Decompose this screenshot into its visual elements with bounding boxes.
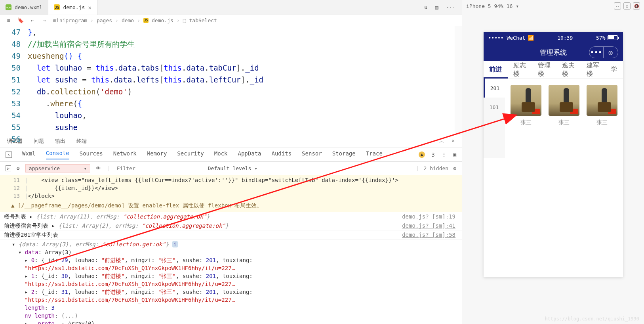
left-nav: 201101 — [484, 79, 505, 158]
devtab-audits[interactable]: Audits — [272, 150, 292, 159]
line-gutter: 474849˅50515253˅545556 — [0, 26, 28, 135]
devtab-memory[interactable]: Memory — [147, 150, 167, 159]
top-tab[interactable]: 前进楼 — [484, 61, 508, 79]
devtab-wxml[interactable]: Wxml — [22, 150, 36, 159]
menu-icon[interactable]: ⋮ — [441, 151, 447, 158]
console-warning: 11| <view class="nav_left_items {{leftCu… — [0, 175, 462, 212]
clear-icon[interactable]: ⊘ — [17, 165, 20, 171]
devtab-console[interactable]: Console — [46, 150, 69, 159]
devtab-sensor[interactable]: Sensor — [302, 150, 322, 159]
student-name: 张三 — [549, 119, 579, 126]
console-output[interactable]: 11| <view class="nav_left_items {{leftCu… — [0, 175, 462, 324]
menu-icon[interactable]: ••• — [589, 47, 604, 58]
warn-count: 3 — [431, 151, 434, 158]
mute-icon[interactable]: 🔇 — [633, 2, 640, 10]
avatar — [587, 85, 617, 116]
console-toolbar: ▷ ⊘ appservice▾ 👁 | Default levels ▾ | 2… — [0, 162, 462, 175]
wxml-icon: <> — [6, 4, 11, 10]
editor-tabbar: <> demo.wxml JS demo.js ✕ ⇅ ▥ ··· — [0, 0, 462, 15]
student-name: 张三 — [511, 119, 541, 126]
home-icon[interactable]: ◎ — [623, 2, 631, 10]
context-select[interactable]: appservice▾ — [25, 164, 90, 173]
devtab-mock[interactable]: Mock — [214, 150, 228, 159]
wifi-icon: 📶 — [528, 35, 534, 41]
filter-input[interactable] — [115, 164, 202, 173]
avatar — [511, 85, 541, 116]
device-frame: ••••• WeChat📶 10:39 57% 管理系统 •••◎ 前进楼励志楼… — [484, 32, 623, 277]
console-log[interactable]: 前进楼宿舍号列表 ▸ {list: Array(2), errMsg: "col… — [0, 221, 462, 230]
js-icon: JS — [54, 4, 60, 10]
js-icon: JS — [143, 18, 149, 23]
devtab-trace[interactable]: Trace — [366, 150, 383, 159]
inspect-icon[interactable]: ↖ — [6, 151, 12, 158]
tab-demo-js[interactable]: JS demo.js ✕ — [48, 0, 97, 15]
compare-icon[interactable]: ⇅ — [424, 4, 427, 10]
page-title: 管理系统 — [540, 48, 567, 57]
left-nav-item[interactable]: 101 — [484, 98, 505, 117]
device-select[interactable]: iPhone 5 94% 16 ▾ — [466, 3, 519, 9]
battery-icon — [608, 35, 618, 40]
levels-select[interactable]: Default levels ▾ — [208, 165, 257, 171]
devtab-network[interactable]: Network — [113, 150, 137, 159]
play-icon[interactable]: ▷ — [6, 165, 11, 171]
collapse-icon[interactable]: ︿ — [439, 138, 444, 145]
log-object[interactable]: ▾ {data: Array(3), errMsg: "collection.g… — [12, 240, 458, 248]
devtab-storage[interactable]: Storage — [332, 150, 356, 159]
target-icon[interactable]: ◎ — [604, 47, 618, 58]
gear-icon[interactable]: ⚙ — [453, 165, 456, 171]
breadcrumb-bar: ≡ 🔖 ← → miniprogram› pages› demo› JS dem… — [0, 15, 462, 26]
array-item[interactable]: ▸ 1: {_id: 30, louhao: "前进楼", mingzi: "张… — [25, 272, 458, 288]
console-log[interactable]: 前进楼201室学生列表 demo.js? [sm]:58 — [0, 230, 462, 240]
top-tab[interactable]: 逸夫楼 — [556, 61, 581, 78]
student-card[interactable]: 张三 — [511, 85, 541, 151]
devtab-sources[interactable]: Sources — [80, 150, 103, 159]
student-card[interactable]: 张三 — [549, 85, 579, 151]
forward-icon[interactable]: → — [41, 17, 48, 23]
devtab-security[interactable]: Security — [177, 150, 204, 159]
panel-tab-terminal[interactable]: 终端 — [76, 138, 87, 145]
top-tabs: 前进楼励志楼管理楼逸夫楼建军楼学 — [484, 61, 623, 79]
student-name: 张三 — [587, 119, 617, 126]
panel-tab-output[interactable]: 输出 — [55, 138, 65, 145]
student-card[interactable]: 张三 — [587, 85, 617, 151]
minimap[interactable] — [455, 26, 462, 135]
back-icon[interactable]: ← — [29, 17, 36, 23]
simulator-panel: iPhone 5 94% 16 ▾ ▭ ◎ 🔇 ••••• WeChat📶 10… — [462, 0, 644, 324]
top-tab[interactable]: 建军楼 — [581, 61, 606, 78]
log-array[interactable]: ▾ data: Array(3) — [18, 248, 458, 256]
close-icon[interactable]: ✕ — [88, 4, 91, 11]
left-nav-item[interactable]: 201 — [484, 79, 505, 98]
more-icon[interactable]: ··· — [446, 4, 455, 10]
app-navbar: 管理系统 •••◎ — [484, 44, 623, 61]
watermark: https://blog.csdn.net/qiushi_1990 — [545, 316, 639, 322]
hidden-count[interactable]: 2 hidden — [424, 165, 449, 171]
rotate-icon[interactable]: ▭ — [614, 2, 621, 10]
tabbar-actions: ⇅ ▥ ··· — [418, 0, 462, 15]
tab-label: demo.js — [63, 4, 85, 10]
array-item[interactable]: ▸ 2: {_id: 31, louhao: "前进楼", mingzi: "张… — [25, 288, 458, 304]
warn-msg: ▲ [/__pageframe__/pages/demo/demo] 设置 en… — [11, 201, 458, 209]
top-tab[interactable]: 学 — [605, 65, 623, 74]
panel-tab-problems[interactable]: 问题 — [34, 138, 44, 145]
bookmark-icon[interactable]: 🔖 — [17, 17, 24, 23]
dock-icon[interactable]: ▣ — [453, 151, 456, 158]
console-log[interactable]: 楼号列表 ▸ {list: Array(11), errMsg: "collec… — [0, 212, 462, 221]
live-icon[interactable]: 👁 — [96, 165, 101, 171]
array-item[interactable]: ▸ 0: {_id: 29, louhao: "前进楼", mingzi: "张… — [25, 256, 458, 272]
code-editor[interactable]: 474849˅50515253˅545556 },//加载当前宿舍号里所有的学生… — [0, 26, 462, 135]
top-tab[interactable]: 管理楼 — [532, 61, 557, 78]
avatar — [549, 85, 579, 116]
capsule[interactable]: •••◎ — [589, 46, 618, 58]
tab-demo-wxml[interactable]: <> demo.wxml — [0, 0, 48, 15]
devtab-appdata[interactable]: AppData — [238, 150, 261, 159]
panel-tabs: 调试器 问题 输出 终端 ︿ ✕ — [0, 135, 462, 148]
devtools-tabs: ↖ Wxml Console Sources Network Memory Se… — [0, 148, 462, 162]
list-icon[interactable]: ≡ — [6, 17, 12, 23]
split-icon[interactable]: ▥ — [435, 4, 438, 10]
clock: 10:39 — [557, 35, 573, 41]
warn-badge[interactable]: ▲ — [419, 151, 425, 158]
close-icon[interactable]: ✕ — [452, 138, 455, 145]
top-tab[interactable]: 励志楼 — [508, 61, 532, 78]
code-body[interactable]: },//加载当前宿舍号里所有的学生xuesheng() { let louhao… — [28, 26, 455, 135]
breadcrumb[interactable]: miniprogram› pages› demo› JS demo.js› ⬚ … — [53, 17, 217, 23]
